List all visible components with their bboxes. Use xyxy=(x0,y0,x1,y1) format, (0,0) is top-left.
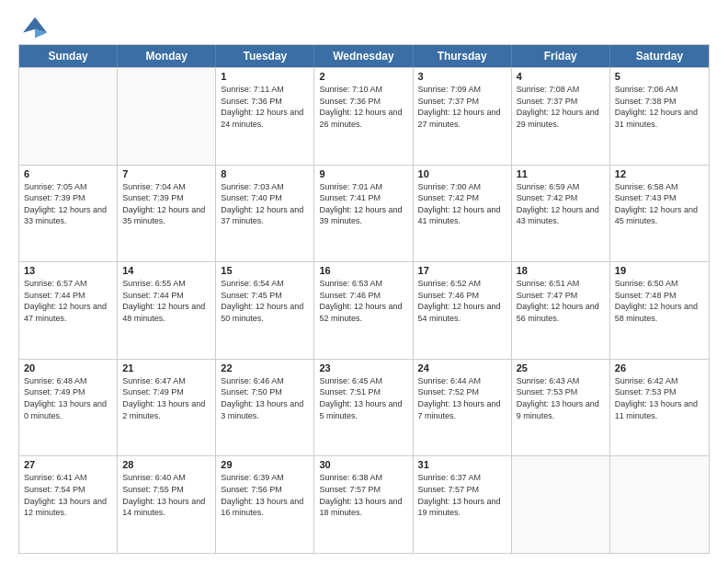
logo-icon xyxy=(23,15,49,40)
day-cell-16: 16Sunrise: 6:53 AM Sunset: 7:46 PM Dayli… xyxy=(314,262,413,359)
day-cell-11: 11Sunrise: 6:59 AM Sunset: 7:42 PM Dayli… xyxy=(512,166,610,262)
week-row-3: 13Sunrise: 6:57 AM Sunset: 7:44 PM Dayli… xyxy=(19,261,709,359)
day-info: Sunrise: 7:04 AM Sunset: 7:39 PM Dayligh… xyxy=(122,181,210,227)
header-day-friday: Friday xyxy=(512,45,610,67)
day-info: Sunrise: 6:38 AM Sunset: 7:57 PM Dayligh… xyxy=(319,472,407,518)
week-row-5: 27Sunrise: 6:41 AM Sunset: 7:54 PM Dayli… xyxy=(19,455,709,553)
day-cell-1: 1Sunrise: 7:11 AM Sunset: 7:36 PM Daylig… xyxy=(216,68,314,165)
day-info: Sunrise: 7:05 AM Sunset: 7:39 PM Dayligh… xyxy=(24,181,112,227)
day-number: 11 xyxy=(517,168,605,179)
day-number: 26 xyxy=(615,362,704,373)
day-number: 6 xyxy=(24,168,112,179)
header-day-thursday: Thursday xyxy=(414,45,512,67)
week-row-4: 20Sunrise: 6:48 AM Sunset: 7:49 PM Dayli… xyxy=(19,359,709,456)
day-info: Sunrise: 6:46 AM Sunset: 7:50 PM Dayligh… xyxy=(221,375,309,421)
day-number: 2 xyxy=(319,71,407,82)
day-info: Sunrise: 6:51 AM Sunset: 7:47 PM Dayligh… xyxy=(517,278,605,324)
header-day-monday: Monday xyxy=(118,45,216,67)
empty-cell xyxy=(118,68,216,165)
day-cell-24: 24Sunrise: 6:44 AM Sunset: 7:52 PM Dayli… xyxy=(414,360,512,456)
week-row-2: 6Sunrise: 7:05 AM Sunset: 7:39 PM Daylig… xyxy=(19,165,709,262)
day-info: Sunrise: 6:40 AM Sunset: 7:55 PM Dayligh… xyxy=(122,472,210,518)
day-info: Sunrise: 6:47 AM Sunset: 7:49 PM Dayligh… xyxy=(122,375,210,421)
day-cell-21: 21Sunrise: 6:47 AM Sunset: 7:49 PM Dayli… xyxy=(118,360,216,456)
day-cell-18: 18Sunrise: 6:51 AM Sunset: 7:47 PM Dayli… xyxy=(512,262,610,359)
day-info: Sunrise: 6:57 AM Sunset: 7:44 PM Dayligh… xyxy=(24,278,112,324)
day-number: 16 xyxy=(319,265,407,276)
day-info: Sunrise: 6:52 AM Sunset: 7:46 PM Dayligh… xyxy=(418,278,506,324)
day-cell-13: 13Sunrise: 6:57 AM Sunset: 7:44 PM Dayli… xyxy=(19,262,118,359)
empty-cell xyxy=(512,456,610,553)
day-cell-17: 17Sunrise: 6:52 AM Sunset: 7:46 PM Dayli… xyxy=(414,262,512,359)
day-cell-20: 20Sunrise: 6:48 AM Sunset: 7:49 PM Dayli… xyxy=(19,360,118,456)
day-number: 31 xyxy=(418,459,506,470)
day-cell-14: 14Sunrise: 6:55 AM Sunset: 7:44 PM Dayli… xyxy=(118,262,216,359)
day-info: Sunrise: 7:11 AM Sunset: 7:36 PM Dayligh… xyxy=(221,84,309,130)
day-info: Sunrise: 6:55 AM Sunset: 7:44 PM Dayligh… xyxy=(122,278,210,324)
day-cell-10: 10Sunrise: 7:00 AM Sunset: 7:42 PM Dayli… xyxy=(414,166,512,262)
day-number: 12 xyxy=(615,168,704,179)
day-number: 24 xyxy=(418,362,506,373)
day-info: Sunrise: 6:53 AM Sunset: 7:46 PM Dayligh… xyxy=(319,278,407,324)
day-number: 30 xyxy=(319,459,407,470)
day-info: Sunrise: 7:03 AM Sunset: 7:40 PM Dayligh… xyxy=(221,181,309,227)
day-info: Sunrise: 6:59 AM Sunset: 7:42 PM Dayligh… xyxy=(517,181,605,227)
day-number: 5 xyxy=(615,71,704,82)
day-cell-2: 2Sunrise: 7:10 AM Sunset: 7:36 PM Daylig… xyxy=(314,68,413,165)
day-cell-15: 15Sunrise: 6:54 AM Sunset: 7:45 PM Dayli… xyxy=(216,262,314,359)
day-number: 23 xyxy=(319,362,407,373)
day-info: Sunrise: 6:48 AM Sunset: 7:49 PM Dayligh… xyxy=(24,375,112,421)
day-number: 21 xyxy=(122,362,210,373)
day-cell-5: 5Sunrise: 7:06 AM Sunset: 7:38 PM Daylig… xyxy=(610,68,709,165)
day-number: 25 xyxy=(517,362,605,373)
day-cell-31: 31Sunrise: 6:37 AM Sunset: 7:57 PM Dayli… xyxy=(414,456,512,553)
day-info: Sunrise: 6:42 AM Sunset: 7:53 PM Dayligh… xyxy=(615,375,704,421)
day-cell-25: 25Sunrise: 6:43 AM Sunset: 7:53 PM Dayli… xyxy=(512,360,610,456)
day-cell-4: 4Sunrise: 7:08 AM Sunset: 7:37 PM Daylig… xyxy=(512,68,610,165)
day-cell-27: 27Sunrise: 6:41 AM Sunset: 7:54 PM Dayli… xyxy=(19,456,118,553)
day-number: 29 xyxy=(221,459,309,470)
day-info: Sunrise: 7:09 AM Sunset: 7:37 PM Dayligh… xyxy=(418,84,506,130)
header-day-tuesday: Tuesday xyxy=(216,45,314,67)
day-info: Sunrise: 7:00 AM Sunset: 7:42 PM Dayligh… xyxy=(418,181,506,227)
day-info: Sunrise: 7:08 AM Sunset: 7:37 PM Dayligh… xyxy=(517,84,605,130)
svg-marker-0 xyxy=(23,17,47,33)
header-day-wednesday: Wednesday xyxy=(314,45,413,67)
day-cell-26: 26Sunrise: 6:42 AM Sunset: 7:53 PM Dayli… xyxy=(610,360,709,456)
calendar: SundayMondayTuesdayWednesdayThursdayFrid… xyxy=(18,44,710,554)
day-number: 7 xyxy=(122,168,210,179)
header xyxy=(18,15,710,37)
week-row-1: 1Sunrise: 7:11 AM Sunset: 7:36 PM Daylig… xyxy=(19,67,709,165)
day-cell-7: 7Sunrise: 7:04 AM Sunset: 7:39 PM Daylig… xyxy=(118,166,216,262)
calendar-body: 1Sunrise: 7:11 AM Sunset: 7:36 PM Daylig… xyxy=(19,67,709,553)
day-cell-29: 29Sunrise: 6:39 AM Sunset: 7:56 PM Dayli… xyxy=(216,456,314,553)
day-info: Sunrise: 6:41 AM Sunset: 7:54 PM Dayligh… xyxy=(24,472,112,518)
day-number: 28 xyxy=(122,459,210,470)
day-number: 8 xyxy=(221,168,309,179)
header-day-saturday: Saturday xyxy=(610,45,709,67)
day-number: 10 xyxy=(418,168,506,179)
day-cell-30: 30Sunrise: 6:38 AM Sunset: 7:57 PM Dayli… xyxy=(314,456,413,553)
day-info: Sunrise: 6:45 AM Sunset: 7:51 PM Dayligh… xyxy=(319,375,407,421)
day-cell-12: 12Sunrise: 6:58 AM Sunset: 7:43 PM Dayli… xyxy=(610,166,709,262)
day-number: 9 xyxy=(319,168,407,179)
day-number: 18 xyxy=(517,265,605,276)
day-info: Sunrise: 6:54 AM Sunset: 7:45 PM Dayligh… xyxy=(221,278,309,324)
page: SundayMondayTuesdayWednesdayThursdayFrid… xyxy=(0,0,728,563)
day-info: Sunrise: 6:44 AM Sunset: 7:52 PM Dayligh… xyxy=(418,375,506,421)
day-info: Sunrise: 6:39 AM Sunset: 7:56 PM Dayligh… xyxy=(221,472,309,518)
day-number: 19 xyxy=(615,265,704,276)
day-number: 14 xyxy=(122,265,210,276)
day-cell-28: 28Sunrise: 6:40 AM Sunset: 7:55 PM Dayli… xyxy=(118,456,216,553)
day-number: 4 xyxy=(517,71,605,82)
day-number: 17 xyxy=(418,265,506,276)
day-info: Sunrise: 6:37 AM Sunset: 7:57 PM Dayligh… xyxy=(418,472,506,518)
day-number: 13 xyxy=(24,265,112,276)
empty-cell xyxy=(19,68,118,165)
day-cell-22: 22Sunrise: 6:46 AM Sunset: 7:50 PM Dayli… xyxy=(216,360,314,456)
day-cell-3: 3Sunrise: 7:09 AM Sunset: 7:37 PM Daylig… xyxy=(414,68,512,165)
day-number: 15 xyxy=(221,265,309,276)
day-cell-23: 23Sunrise: 6:45 AM Sunset: 7:51 PM Dayli… xyxy=(314,360,413,456)
day-number: 1 xyxy=(221,71,309,82)
day-number: 3 xyxy=(418,71,506,82)
